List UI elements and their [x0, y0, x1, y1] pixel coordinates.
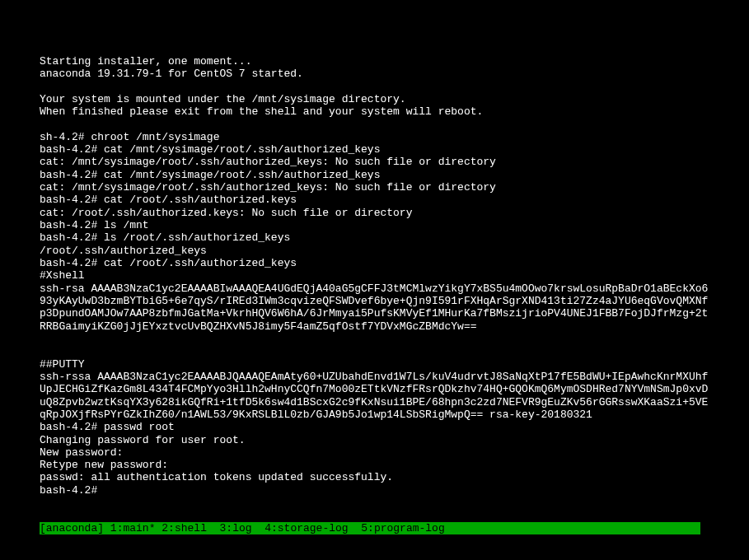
terminal-line — [40, 118, 709, 130]
terminal-line — [40, 333, 709, 345]
terminal-output[interactable]: Starting installer, one moment...anacond… — [40, 30, 709, 534]
terminal-line: Your system is mounted under the /mnt/sy… — [40, 93, 709, 105]
terminal-line: bash-4.2# cat /root/.ssh/authorized.keys — [40, 194, 709, 206]
terminal-line: bash-4.2# cat /mnt/sysimage/root/.ssh/au… — [40, 143, 709, 156]
terminal-line: /root/.ssh/authorized_keys — [40, 245, 709, 257]
terminal-line: bash-4.2# cat /root/.ssh/authorized_keys — [40, 257, 709, 269]
tmux-status-bar: [anaconda] 1:main* 2:shell 3:log 4:stora… — [40, 522, 700, 534]
terminal-line: ##PUTTY — [40, 358, 709, 371]
terminal-line: #Xshell — [40, 269, 709, 282]
terminal-line: bash-4.2# ls /root/.ssh/authorized_keys — [40, 231, 709, 244]
tab-shell[interactable]: 2:shell — [162, 522, 207, 534]
terminal-line: cat: /mnt/sysimage/root/.ssh/authorized_… — [40, 181, 709, 194]
terminal-line: ssh-rssa AAAAB3NzaC1yc2EAAAABJQAAAQEAmAt… — [40, 371, 709, 421]
terminal-line: ssh-rsa AAAAB3NzaC1yc2EAAAABIwAAAQEA4UGd… — [40, 282, 709, 333]
terminal-line: passwd: all authentication tokens update… — [40, 471, 709, 483]
terminal-line: bash-4.2# cat /mnt/sysimage/root/.ssh/au… — [40, 169, 709, 181]
terminal-line: Starting installer, one moment... — [40, 55, 709, 68]
session-name: [anaconda] — [40, 522, 104, 534]
tab-log[interactable]: 3:log — [220, 522, 252, 534]
terminal-line: bash-4.2# ls /mnt — [40, 219, 709, 231]
tab-storage-log[interactable]: 4:storage-log — [264, 522, 348, 534]
terminal-line: cat: /root/.ssh/authorized.keys: No such… — [40, 207, 709, 219]
terminal-line: When finished please exit from the shell… — [40, 105, 709, 118]
terminal-line — [40, 345, 709, 357]
terminal-line: New password: — [40, 446, 709, 459]
terminal-line: anaconda 19.31.79-1 for CentOS 7 started… — [40, 68, 709, 80]
tab-program-log[interactable]: 5:program-log — [361, 522, 444, 534]
tab-main[interactable]: 1:main* — [110, 522, 156, 534]
terminal-line: sh-4.2# chroot /mnt/sysimage — [40, 131, 709, 143]
terminal-line: Changing password for user root. — [40, 434, 709, 446]
terminal-line: cat: /mnt/sysimage/root/.ssh/authorized_… — [40, 156, 709, 168]
terminal-line: bash-4.2# — [40, 484, 709, 497]
terminal-line: bash-4.2# passwd root — [40, 421, 709, 433]
terminal-line — [40, 80, 709, 92]
terminal-line: Retype new password: — [40, 459, 709, 471]
